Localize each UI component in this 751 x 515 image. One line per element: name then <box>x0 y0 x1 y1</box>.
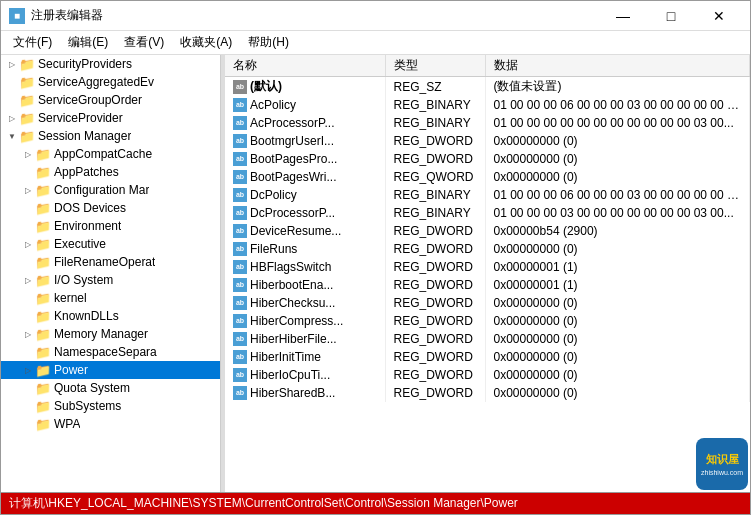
maximize-button[interactable]: □ <box>648 4 694 28</box>
cell-data: 0x00000000 (0) <box>485 348 750 366</box>
table-row[interactable]: abHiberHiberFile...REG_DWORD0x00000000 (… <box>225 330 750 348</box>
table-row[interactable]: abHiberIoCpuTi...REG_DWORD0x00000000 (0) <box>225 366 750 384</box>
table-row[interactable]: abHiberInitTimeREG_DWORD0x00000000 (0) <box>225 348 750 366</box>
tree-item[interactable]: ▷📁ServiceProvider <box>1 109 220 127</box>
tree-item-label: ServiceProvider <box>38 111 123 125</box>
tree-toggle-icon <box>21 345 35 359</box>
table-row[interactable]: abBootPagesWri...REG_QWORD0x00000000 (0) <box>225 168 750 186</box>
tree-item[interactable]: 📁Environment <box>1 217 220 235</box>
folder-icon: 📁 <box>35 326 51 342</box>
tree-item[interactable]: 📁kernel <box>1 289 220 307</box>
tree-item[interactable]: ▷📁AppCompatCache <box>1 145 220 163</box>
cell-name: abDcProcessorP... <box>225 204 385 222</box>
table-row[interactable]: abHBFlagsSwitchREG_DWORD0x00000001 (1) <box>225 258 750 276</box>
cell-data: 0x00000000 (0) <box>485 330 750 348</box>
table-row[interactable]: abHiberSharedB...REG_DWORD0x00000000 (0) <box>225 384 750 402</box>
tree-toggle-icon <box>21 399 35 413</box>
watermark-url: zhishiwu.com <box>701 469 743 476</box>
tree-item-label: Configuration Mar <box>54 183 149 197</box>
app-icon: ■ <box>9 8 25 24</box>
tree-toggle-icon: ▷ <box>21 147 35 161</box>
reg-icon: ab <box>233 80 247 94</box>
tree-item-label: Executive <box>54 237 106 251</box>
menu-item-e[interactable]: 编辑(E) <box>60 32 116 53</box>
cell-name-text: HiberSharedB... <box>250 386 335 400</box>
tree-toggle-icon: ▷ <box>21 327 35 341</box>
menu-item-v[interactable]: 查看(V) <box>116 32 172 53</box>
tree-item[interactable]: ▷📁I/O System <box>1 271 220 289</box>
tree-item[interactable]: 📁KnownDLLs <box>1 307 220 325</box>
table-header: 名称 类型 数据 <box>225 55 750 77</box>
tree-item-label: ServiceGroupOrder <box>38 93 142 107</box>
tree-panel[interactable]: ▷📁SecurityProviders📁ServiceAggregatedEv📁… <box>1 55 221 492</box>
table-row[interactable]: abHiberChecksu...REG_DWORD0x00000000 (0) <box>225 294 750 312</box>
cell-name-text: HiberCompress... <box>250 314 343 328</box>
cell-name-text: HiberbootEna... <box>250 278 333 292</box>
tree-item[interactable]: ▷📁SecurityProviders <box>1 55 220 73</box>
cell-type: REG_SZ <box>385 77 485 97</box>
folder-icon: 📁 <box>35 398 51 414</box>
folder-icon: 📁 <box>19 110 35 126</box>
table-row[interactable]: abAcPolicyREG_BINARY01 00 00 00 06 00 00… <box>225 96 750 114</box>
cell-type: REG_DWORD <box>385 348 485 366</box>
tree-item[interactable]: 📁AppPatches <box>1 163 220 181</box>
folder-icon: 📁 <box>35 200 51 216</box>
tree-item-label: KnownDLLs <box>54 309 119 323</box>
reg-icon: ab <box>233 368 247 382</box>
table-row[interactable]: abHiberCompress...REG_DWORD0x00000000 (0… <box>225 312 750 330</box>
cell-name: ab(默认) <box>225 77 385 97</box>
tree-toggle-icon <box>5 93 19 107</box>
folder-icon: 📁 <box>35 254 51 270</box>
cell-type: REG_DWORD <box>385 276 485 294</box>
table-row[interactable]: abDeviceResume...REG_DWORD0x00000b54 (29… <box>225 222 750 240</box>
cell-data: 0x00000000 (0) <box>485 168 750 186</box>
table-row[interactable]: ab(默认)REG_SZ(数值未设置) <box>225 77 750 97</box>
cell-name: abAcProcessorP... <box>225 114 385 132</box>
menu-item-h[interactable]: 帮助(H) <box>240 32 297 53</box>
tree-item-label: Session Manager <box>38 129 131 143</box>
tree-item[interactable]: ▷📁Power <box>1 361 220 379</box>
tree-item-label: DOS Devices <box>54 201 126 215</box>
table-row[interactable]: abFileRunsREG_DWORD0x00000000 (0) <box>225 240 750 258</box>
table-row[interactable]: abDcProcessorP...REG_BINARY01 00 00 00 0… <box>225 204 750 222</box>
tree-item[interactable]: 📁WPA <box>1 415 220 433</box>
menu-item-a[interactable]: 收藏夹(A) <box>172 32 240 53</box>
close-button[interactable]: ✕ <box>696 4 742 28</box>
cell-type: REG_BINARY <box>385 114 485 132</box>
menu-item-f[interactable]: 文件(F) <box>5 32 60 53</box>
tree-item[interactable]: 📁SubSystems <box>1 397 220 415</box>
tree-item[interactable]: ▷📁Executive <box>1 235 220 253</box>
folder-icon: 📁 <box>19 56 35 72</box>
tree-toggle-icon <box>21 309 35 323</box>
tree-item[interactable]: 📁ServiceAggregatedEv <box>1 73 220 91</box>
tree-item[interactable]: ▷📁Memory Manager <box>1 325 220 343</box>
tree-item[interactable]: ▷📁Configuration Mar <box>1 181 220 199</box>
tree-item-label: Memory Manager <box>54 327 148 341</box>
cell-data: 0x00000b54 (2900) <box>485 222 750 240</box>
reg-icon: ab <box>233 332 247 346</box>
cell-name: abBootPagesWri... <box>225 168 385 186</box>
table-row[interactable]: abBootmgrUserI...REG_DWORD0x00000000 (0) <box>225 132 750 150</box>
window-title: 注册表编辑器 <box>31 7 600 24</box>
folder-icon: 📁 <box>35 362 51 378</box>
tree-item[interactable]: 📁DOS Devices <box>1 199 220 217</box>
tree-item[interactable]: 📁Quota System <box>1 379 220 397</box>
cell-type: REG_DWORD <box>385 366 485 384</box>
cell-name-text: AcPolicy <box>250 98 296 112</box>
tree-item-label: FileRenameOperat <box>54 255 155 269</box>
minimize-button[interactable]: — <box>600 4 646 28</box>
table-row[interactable]: abDcPolicyREG_BINARY01 00 00 00 06 00 00… <box>225 186 750 204</box>
table-row[interactable]: abAcProcessorP...REG_BINARY01 00 00 00 0… <box>225 114 750 132</box>
reg-icon: ab <box>233 314 247 328</box>
tree-item[interactable]: 📁FileRenameOperat <box>1 253 220 271</box>
cell-type: REG_DWORD <box>385 132 485 150</box>
table-row[interactable]: abHiberbootEna...REG_DWORD0x00000001 (1) <box>225 276 750 294</box>
table-row[interactable]: abBootPagesPro...REG_DWORD0x00000000 (0) <box>225 150 750 168</box>
reg-icon: ab <box>233 134 247 148</box>
tree-item[interactable]: 📁ServiceGroupOrder <box>1 91 220 109</box>
tree-item[interactable]: 📁NamespaceSepara <box>1 343 220 361</box>
menu-bar: 文件(F)编辑(E)查看(V)收藏夹(A)帮助(H) <box>1 31 750 55</box>
data-panel[interactable]: 名称 类型 数据 ab(默认)REG_SZ(数值未设置)abAcPolicyRE… <box>225 55 750 492</box>
cell-data: 0x00000000 (0) <box>485 312 750 330</box>
tree-item[interactable]: ▼📁Session Manager <box>1 127 220 145</box>
